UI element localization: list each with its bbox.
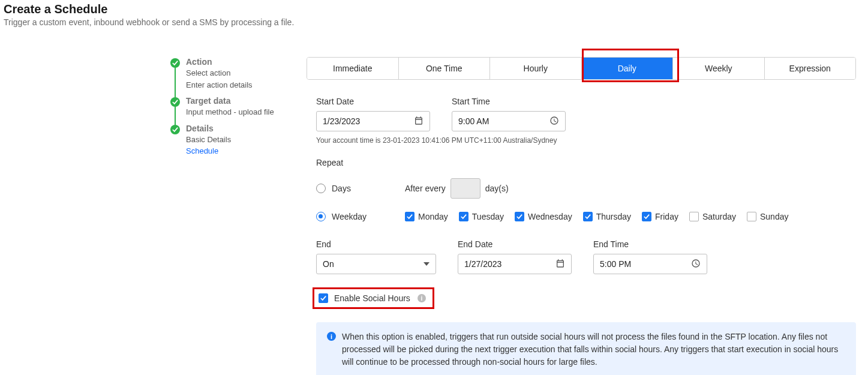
start-date-value[interactable] bbox=[323, 116, 414, 126]
step: DetailsBasic DetailsSchedule bbox=[170, 124, 307, 157]
end-time-value[interactable] bbox=[600, 259, 691, 269]
radio-days[interactable] bbox=[316, 184, 326, 193]
tab-expression[interactable]: Expression bbox=[765, 58, 856, 79]
step-detail: Input method - upload file bbox=[186, 107, 274, 118]
check-icon bbox=[170, 125, 180, 134]
step-title: Action bbox=[186, 57, 253, 67]
end-date-value[interactable] bbox=[464, 259, 555, 269]
repeat-label: Repeat bbox=[316, 158, 856, 167]
step-title: Target data bbox=[186, 96, 274, 106]
tab-weekly[interactable]: Weekly bbox=[673, 58, 765, 79]
enable-social-hours-checkbox[interactable] bbox=[319, 293, 328, 303]
start-date-input[interactable] bbox=[316, 111, 430, 131]
end-date-label: End Date bbox=[458, 239, 572, 249]
end-label: End bbox=[316, 239, 436, 249]
chevron-down-icon bbox=[424, 259, 430, 269]
info-box: i When this option is enabled, triggers … bbox=[316, 322, 856, 375]
step-detail: Schedule bbox=[186, 146, 231, 157]
tab-daily[interactable]: Daily bbox=[582, 58, 674, 79]
weekday-thursday[interactable]: Thursday bbox=[583, 212, 631, 221]
weekday-label: Saturday bbox=[702, 212, 736, 221]
step-detail: Select action bbox=[186, 68, 253, 79]
checkbox[interactable] bbox=[405, 212, 415, 221]
step: ActionSelect actionEnter action details bbox=[170, 57, 307, 96]
weekday-checks: MondayTuesdayWednesdayThursdayFridaySatu… bbox=[405, 212, 788, 221]
start-time-input[interactable] bbox=[452, 111, 566, 131]
weekday-label: Sunday bbox=[760, 212, 788, 221]
weekday-label: Monday bbox=[418, 212, 448, 221]
checkbox[interactable] bbox=[459, 212, 468, 221]
checkbox[interactable] bbox=[689, 212, 699, 221]
page-subtitle: Trigger a custom event, inbound webhook … bbox=[4, 17, 864, 27]
weekday-saturday[interactable]: Saturday bbox=[689, 212, 736, 221]
after-every-text: After every bbox=[405, 184, 446, 193]
info-icon: i bbox=[327, 332, 336, 341]
weekday-monday[interactable]: Monday bbox=[405, 212, 448, 221]
step-detail: Enter action details bbox=[186, 80, 253, 91]
tab-one-time[interactable]: One Time bbox=[399, 58, 491, 79]
start-date-label: Start Date bbox=[316, 97, 430, 106]
weekday-wednesday[interactable]: Wednesday bbox=[515, 212, 572, 221]
start-time-value[interactable] bbox=[458, 116, 549, 126]
weekday-label: Thursday bbox=[596, 212, 631, 221]
end-time-input[interactable] bbox=[593, 254, 707, 274]
step-title: Details bbox=[186, 124, 231, 133]
radio-weekday[interactable] bbox=[316, 212, 326, 221]
checkbox[interactable] bbox=[747, 212, 756, 221]
checkbox[interactable] bbox=[515, 212, 524, 221]
radio-days-label: Days bbox=[332, 184, 351, 193]
info-icon[interactable]: i bbox=[418, 294, 426, 302]
step-detail: Basic Details bbox=[186, 134, 231, 145]
enable-social-hours-label: Enable Social Hours bbox=[334, 293, 410, 303]
radio-weekday-label: Weekday bbox=[332, 212, 367, 221]
days-count-input[interactable] bbox=[450, 178, 480, 199]
start-time-label: Start Time bbox=[452, 97, 566, 106]
weekday-label: Wednesday bbox=[528, 212, 572, 221]
weekday-sunday[interactable]: Sunday bbox=[747, 212, 788, 221]
clock-icon bbox=[691, 259, 701, 270]
weekday-friday[interactable]: Friday bbox=[642, 212, 678, 221]
checkbox[interactable] bbox=[583, 212, 593, 221]
end-time-label: End Time bbox=[593, 239, 707, 249]
weekday-label: Tuesday bbox=[472, 212, 504, 221]
end-date-input[interactable] bbox=[458, 254, 572, 274]
stepper: ActionSelect actionEnter action detailsT… bbox=[4, 57, 307, 375]
tab-hourly[interactable]: Hourly bbox=[490, 58, 582, 79]
calendar-icon bbox=[555, 259, 565, 270]
info-paragraph-1: When this option is enabled, triggers th… bbox=[342, 331, 845, 368]
page-title: Create a Schedule bbox=[4, 2, 864, 16]
checkbox[interactable] bbox=[642, 212, 651, 221]
tab-immediate[interactable]: Immediate bbox=[307, 58, 399, 79]
days-suffix: day(s) bbox=[485, 184, 509, 193]
step: Target dataInput method - upload file bbox=[170, 96, 307, 124]
tabs: ImmediateOne TimeHourlyDailyWeeklyExpres… bbox=[307, 57, 856, 80]
calendar-icon bbox=[414, 116, 424, 127]
end-select[interactable]: On bbox=[316, 254, 436, 274]
weekday-label: Friday bbox=[655, 212, 678, 221]
account-time-text: Your account time is 23-01-2023 10:41:06… bbox=[316, 136, 856, 145]
weekday-tuesday[interactable]: Tuesday bbox=[459, 212, 504, 221]
clock-icon bbox=[549, 116, 559, 127]
end-select-value: On bbox=[323, 259, 334, 269]
